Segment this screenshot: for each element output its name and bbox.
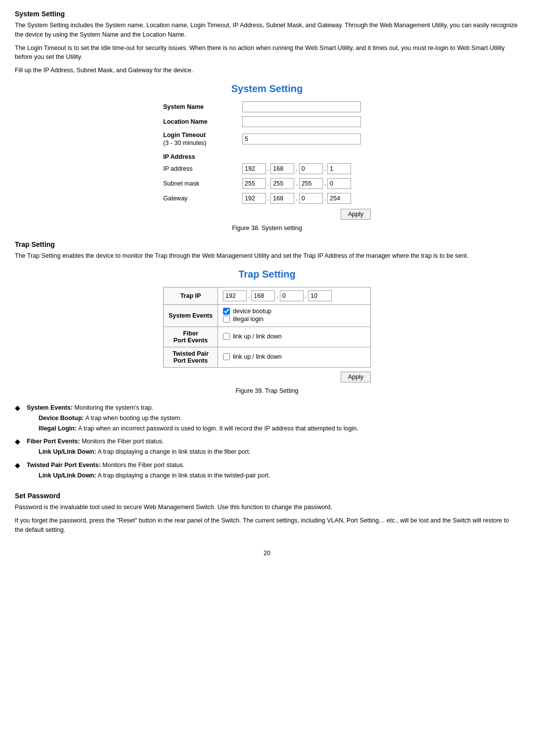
system-events-bullet-text: Monitoring the system's trap. — [73, 404, 153, 411]
sub-oct3-input[interactable] — [299, 178, 323, 189]
ip-oct4-input[interactable] — [327, 163, 351, 174]
set-password-title: Set Password — [15, 492, 519, 500]
ip-oct1-input[interactable] — [242, 163, 266, 174]
system-apply-button[interactable]: Apply — [341, 209, 371, 220]
trap-ip-oct3-input[interactable] — [280, 290, 304, 301]
illegal-login-bullet-text: A trap when an incorrect password is use… — [77, 425, 358, 432]
illegal-login-bullet-title: Illegal Login: — [39, 425, 77, 432]
gw-sep1: . — [267, 195, 269, 202]
twisted-link-desc: Link Up/Link Down: A trap displaying a c… — [39, 471, 270, 480]
ip-oct2-input[interactable] — [270, 163, 294, 174]
location-name-input[interactable] — [242, 116, 361, 127]
gateway-inputs: . . . — [242, 193, 351, 204]
fiber-link-row: link up / link down — [223, 333, 365, 340]
trap-setting-table: Trap IP . . . System Events device b — [163, 287, 371, 368]
fiber-bullet-text: Monitors the Fiber port status. — [80, 438, 164, 445]
gw-oct1-input[interactable] — [242, 193, 266, 204]
device-bootup-desc: Device Bootup: A trap when booting up th… — [39, 414, 358, 423]
system-events-label: System Events — [164, 305, 218, 327]
system-events-bullet-title: System Events: — [27, 404, 73, 411]
bullet-system-events-content: System Events: Monitoring the system's t… — [27, 403, 358, 433]
gw-oct2-input[interactable] — [270, 193, 294, 204]
trap-ip-oct2-input[interactable] — [251, 290, 275, 301]
twisted-pair-events-row: Twisted PairPort Events link up / link d… — [164, 347, 371, 368]
subnet-inputs: . . . — [242, 178, 351, 189]
fiber-port-input: link up / link down — [218, 327, 371, 347]
trap-setting-title: Trap Setting — [15, 240, 519, 248]
set-password-desc1: Password is the invaluable tool used to … — [15, 503, 519, 512]
ip-address-inputs: . . . — [242, 163, 351, 174]
subnet-label: Subnet mask — [163, 180, 242, 188]
twisted-link-checkbox[interactable] — [223, 353, 230, 360]
illegal-login-checkbox[interactable] — [223, 316, 230, 323]
figure39-caption: Figure 39. Trap Setting — [15, 387, 519, 394]
twisted-bullet-text: Monitors the Fiber port status. — [101, 462, 185, 469]
device-bootup-bullet-text: A trap when booting up the system. — [84, 415, 182, 422]
twisted-link-label: link up / link down — [233, 353, 282, 360]
ip-sep2: . — [295, 165, 298, 172]
trap-ip-oct1-input[interactable] — [223, 290, 247, 301]
fiber-link-bullet-title: Link Up/Link Down: — [39, 448, 96, 455]
bullet-fiber-events: ◆ Fiber Port Events: Monitors the Fiber … — [15, 437, 519, 457]
ip-sep1: . — [267, 165, 269, 172]
ip-address-row: IP address . . . — [163, 163, 371, 174]
system-name-input[interactable] — [242, 101, 361, 112]
trap-setting-desc: The Trap Setting enables the device to m… — [15, 251, 519, 261]
sub-sep3: . — [324, 180, 326, 187]
twisted-pair-input: link up / link down — [218, 347, 371, 368]
device-bootup-bullet-title: Device Bootup: — [39, 415, 84, 422]
twisted-link-bullet-title: Link Up/Link Down: — [39, 472, 96, 479]
twisted-bullet-title: Twisted Pair Port Events: — [27, 462, 101, 469]
fiber-link-checkbox[interactable] — [223, 333, 230, 340]
bullet-fiber-content: Fiber Port Events: Monitors the Fiber po… — [27, 437, 251, 457]
device-bootup-checkbox[interactable] — [223, 308, 230, 315]
trap-setting-colored-title: Trap Setting — [15, 269, 519, 280]
system-setting-desc1: The System Setting includes the System n… — [15, 21, 519, 40]
login-timeout-label: Login Timeout (3 - 30 minutes) — [163, 131, 242, 147]
trap-ip-sep1: . — [248, 292, 250, 299]
gw-oct3-input[interactable] — [299, 193, 323, 204]
fiber-port-label: FiberPort Events — [164, 327, 218, 347]
bullet-diamond-1: ◆ — [15, 404, 22, 412]
bullet-diamond-3: ◆ — [15, 461, 22, 469]
system-setting-colored-title: System Setting — [15, 83, 519, 94]
system-name-row: System Name — [163, 101, 371, 112]
sub-oct2-input[interactable] — [270, 178, 294, 189]
fiber-link-desc: Link Up/Link Down: A trap displaying a c… — [39, 447, 251, 457]
system-setting-desc2: The Login Timeout is to set the idle tim… — [15, 44, 519, 62]
ip-oct3-input[interactable] — [299, 163, 323, 174]
sub-sep1: . — [267, 180, 269, 187]
login-timeout-input[interactable] — [242, 134, 361, 144]
location-name-row: Location Name — [163, 116, 371, 127]
system-apply-row: Apply — [163, 209, 371, 220]
twisted-pair-label: Twisted PairPort Events — [164, 347, 218, 368]
ip-address-section-label: IP Address — [163, 153, 195, 160]
set-password-desc2: If you forget the password, press the "R… — [15, 516, 519, 535]
illegal-login-label: illegal login — [233, 316, 264, 323]
trap-apply-button[interactable]: Apply — [341, 372, 371, 382]
twisted-link-row: link up / link down — [223, 353, 365, 360]
fiber-port-events-row: FiberPort Events link up / link down — [164, 327, 371, 347]
bullet-system-events: ◆ System Events: Monitoring the system's… — [15, 403, 519, 433]
sub-oct1-input[interactable] — [242, 178, 266, 189]
bullet-section: ◆ System Events: Monitoring the system's… — [15, 403, 519, 480]
fiber-link-bullet-text: A trap displaying a change in link statu… — [96, 448, 251, 455]
trap-ip-row: Trap IP . . . — [164, 287, 371, 305]
gateway-label: Gateway — [163, 194, 242, 202]
system-events-inputs: device bootup illegal login — [218, 305, 371, 327]
trap-ip-inputs: . . . — [218, 287, 371, 305]
bullet-twisted-content: Twisted Pair Port Events: Monitors the F… — [27, 461, 270, 480]
device-bootup-row: device bootup — [223, 308, 365, 315]
sub-oct4-input[interactable] — [327, 178, 351, 189]
system-setting-form: System Name Location Name Login Timeout … — [163, 101, 371, 204]
subnet-row: Subnet mask . . . — [163, 178, 371, 189]
trap-ip-oct4-input[interactable] — [308, 290, 332, 301]
trap-apply-row: Apply — [163, 372, 371, 382]
gw-oct4-input[interactable] — [327, 193, 351, 204]
fiber-link-label: link up / link down — [233, 333, 282, 340]
trap-ip-sep2: . — [276, 292, 278, 299]
illegal-login-desc: Illegal Login: A trap when an incorrect … — [39, 424, 358, 433]
login-timeout-row: Login Timeout (3 - 30 minutes) — [163, 131, 371, 147]
trap-ip-sep3: . — [305, 292, 307, 299]
sub-sep2: . — [295, 180, 298, 187]
